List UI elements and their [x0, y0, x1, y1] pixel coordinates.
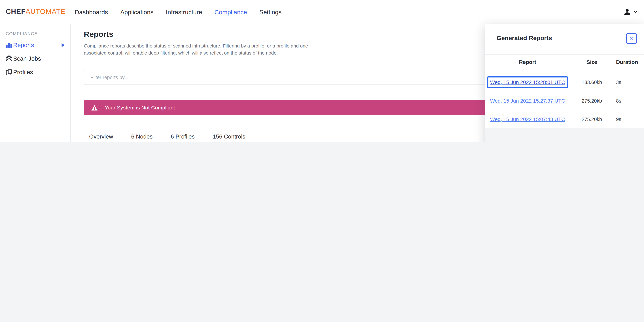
user-icon: [623, 8, 631, 16]
scan-target-icon: [6, 55, 12, 62]
sidebar: COMPLIANCE Reports Scan Jobs Profiles: [0, 24, 71, 142]
report-duration: 3s: [616, 76, 622, 88]
nav-dashboards[interactable]: Dashboards: [75, 8, 108, 15]
tab-controls[interactable]: 156 Controls: [207, 130, 251, 142]
close-icon[interactable]: ✕: [626, 33, 637, 44]
chevron-down-icon: [634, 10, 637, 14]
page-title: Reports: [84, 30, 113, 39]
table-row: Wed, 15 Jun 2022 15:07:43 UTC: [487, 113, 568, 125]
chef-automate-logo[interactable]: CHEFAUTOMATE: [6, 0, 66, 24]
user-menu[interactable]: [623, 0, 637, 24]
report-duration: 9s: [616, 113, 622, 125]
panel-title: Generated Reports: [496, 34, 552, 41]
page-description: Compliance reports describe the status o…: [84, 43, 314, 56]
report-size: 183.60kb: [580, 76, 604, 88]
report-tabs: Overview 6 Nodes 6 Profiles 156 Controls: [84, 130, 251, 142]
generated-reports-panel: Generated Reports ✕ Report Size Duration…: [485, 24, 644, 142]
nav-settings[interactable]: Settings: [259, 8, 282, 15]
sidebar-item-reports[interactable]: Reports: [0, 40, 70, 50]
top-nav: CHEFAUTOMATE Dashboards Applications Inf…: [0, 0, 644, 24]
primary-nav: Dashboards Applications Infrastructure C…: [75, 0, 282, 24]
sidebar-item-scan-jobs[interactable]: Scan Jobs: [0, 54, 70, 63]
panel-divider: [485, 54, 644, 54]
submenu-arrow-icon: [62, 43, 64, 47]
column-header-report: Report: [487, 59, 568, 65]
report-link[interactable]: Wed, 15 Jun 2022 15:27:37 UTC: [490, 98, 565, 104]
app-root: CHEFAUTOMATE Dashboards Applications Inf…: [0, 0, 644, 142]
tab-overview[interactable]: Overview: [84, 130, 119, 142]
bar-chart-icon: [6, 42, 12, 48]
sidebar-section-label: COMPLIANCE: [6, 31, 38, 36]
sidebar-item-label: Reports: [13, 42, 34, 48]
column-header-size: Size: [580, 59, 604, 65]
warning-icon: [91, 105, 98, 111]
sidebar-item-label: Profiles: [13, 69, 33, 75]
nav-applications[interactable]: Applications: [120, 8, 154, 15]
banner-text: Your System is Not Compliant: [105, 105, 175, 111]
report-size: 275.20kb: [580, 113, 604, 125]
report-link[interactable]: Wed, 15 Jun 2022 15:28:01 UTC: [490, 79, 565, 85]
logo-automate: AUTOMATE: [26, 8, 65, 16]
table-row: Wed, 15 Jun 2022 15:28:01 UTC: [487, 76, 568, 88]
table-row: Wed, 15 Jun 2022 15:27:37 UTC: [487, 95, 568, 107]
column-header-duration: Duration: [616, 59, 638, 65]
tab-nodes[interactable]: 6 Nodes: [125, 130, 158, 142]
nav-infrastructure[interactable]: Infrastructure: [166, 8, 202, 15]
nav-compliance[interactable]: Compliance: [214, 8, 247, 15]
report-size: 275.20kb: [580, 95, 604, 107]
documents-icon: [6, 69, 12, 75]
tab-profiles[interactable]: 6 Profiles: [165, 130, 200, 142]
logo-chef: CHEF: [6, 8, 26, 16]
sidebar-item-label: Scan Jobs: [13, 55, 41, 62]
report-duration: 8s: [616, 95, 622, 107]
report-link[interactable]: Wed, 15 Jun 2022 15:07:43 UTC: [490, 116, 565, 122]
sidebar-item-profiles[interactable]: Profiles: [0, 67, 70, 77]
